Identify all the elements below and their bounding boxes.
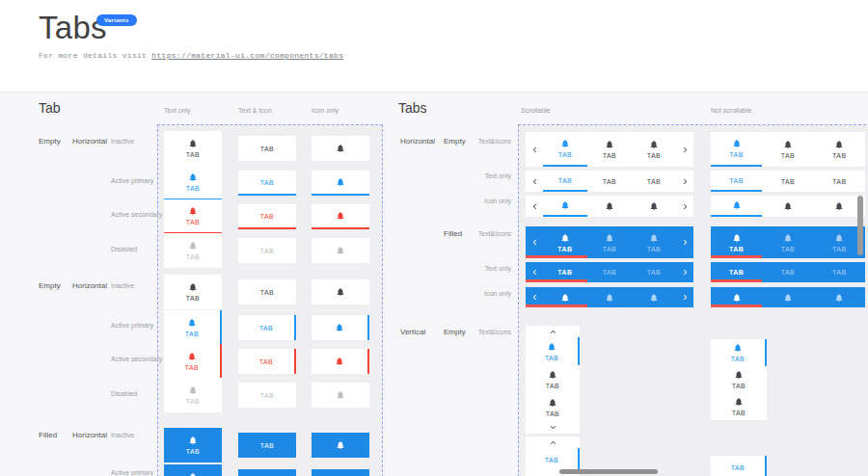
- tab-item[interactable]: TAB: [814, 262, 865, 282]
- tab-item[interactable]: [762, 196, 813, 217]
- tab-texticon-active-primary[interactable]: TAB: [164, 166, 222, 200]
- tab-text-active-primary[interactable]: TAB: [238, 171, 296, 196]
- tab-item[interactable]: TAB: [711, 366, 767, 393]
- bell-icon: [336, 390, 345, 400]
- tab-text-disabled[interactable]: TAB: [238, 238, 296, 263]
- bell-icon: [834, 140, 844, 149]
- tab-item[interactable]: TAB: [711, 393, 767, 420]
- tab-icon-filled-active[interactable]: [312, 469, 369, 476]
- scroll-right-button[interactable]: [676, 171, 693, 192]
- tab-item-active[interactable]: [543, 196, 587, 217]
- scroll-left-button[interactable]: [526, 226, 543, 258]
- tab-item[interactable]: TAB: [632, 262, 676, 282]
- tab-item[interactable]: TAB: [762, 262, 813, 282]
- tab-icon-disabled[interactable]: [312, 238, 369, 263]
- tab-item[interactable]: TAB: [632, 171, 676, 192]
- tab-item[interactable]: [814, 287, 865, 307]
- tab-texticon-active-primary[interactable]: TAB: [164, 310, 222, 345]
- active-indicator: [711, 304, 762, 307]
- tab-item-active[interactable]: TAB: [711, 456, 767, 476]
- tab-icon-filled-inactive[interactable]: [312, 433, 369, 458]
- tab-item-active[interactable]: TAB: [711, 339, 767, 366]
- tab-texticon-active-secondary[interactable]: TAB: [164, 344, 222, 379]
- tab-item[interactable]: [587, 287, 632, 307]
- scroll-right-button[interactable]: [676, 196, 693, 217]
- scroll-left-button[interactable]: [526, 196, 543, 217]
- tab-item[interactable]: [762, 287, 813, 307]
- tab-item[interactable]: TAB: [587, 171, 632, 192]
- tab-item[interactable]: TAB: [526, 365, 580, 393]
- tab-icon-active-primary[interactable]: [312, 171, 369, 196]
- tab-icon-active-primary[interactable]: [312, 315, 369, 340]
- state-label-disabled: Disabled: [111, 390, 137, 397]
- row-kind-icon: Icon only: [461, 198, 511, 204]
- tab-item-active[interactable]: TAB: [711, 171, 762, 192]
- bell-icon: [547, 342, 556, 352]
- scroll-up-button[interactable]: [526, 436, 580, 448]
- tab-item[interactable]: TAB: [587, 132, 632, 167]
- col-header-scrollable: Scrollable: [521, 107, 551, 114]
- tab-item[interactable]: TAB: [762, 171, 813, 192]
- tab-item[interactable]: TAB: [587, 226, 632, 258]
- tab-texticon-active-secondary[interactable]: TAB: [164, 199, 222, 234]
- tab-text-inactive[interactable]: TAB: [238, 279, 296, 304]
- tab-item-active[interactable]: TAB: [711, 226, 762, 258]
- vertical-scrollbar[interactable]: [857, 196, 863, 255]
- tab-text-active-secondary[interactable]: TAB: [238, 204, 296, 229]
- scroll-down-button[interactable]: [526, 421, 580, 433]
- tab-icon-inactive[interactable]: [312, 136, 369, 161]
- tab-item[interactable]: [587, 196, 632, 217]
- tab-label: TAB: [729, 151, 744, 158]
- docs-link[interactable]: https://material-ui.com/components/tabs: [151, 51, 343, 60]
- tab-icon-disabled[interactable]: [312, 383, 369, 408]
- tab-item-active[interactable]: TAB: [526, 337, 580, 365]
- tab-item[interactable]: [632, 196, 676, 217]
- bell-icon: [336, 177, 345, 187]
- tabs-filled-scrollable-icon: [526, 287, 693, 307]
- tab-texticon-inactive[interactable]: TAB: [164, 275, 222, 309]
- tab-texticon-filled-inactive[interactable]: TAB: [164, 428, 222, 463]
- tab-item-active[interactable]: TAB: [526, 448, 580, 471]
- tab-item-active[interactable]: TAB: [543, 132, 587, 167]
- tab-item[interactable]: TAB: [814, 132, 865, 167]
- tab-texticon-inactive[interactable]: TAB: [164, 131, 222, 166]
- scroll-right-button[interactable]: [676, 287, 693, 307]
- tab-text-inactive[interactable]: TAB: [238, 136, 296, 161]
- tab-item[interactable]: TAB: [762, 226, 813, 258]
- scroll-up-button[interactable]: [526, 326, 580, 337]
- scroll-right-button[interactable]: [676, 262, 693, 282]
- tab-text-filled-active[interactable]: TAB: [238, 469, 296, 476]
- tab-text-filled-inactive[interactable]: TAB: [238, 433, 296, 458]
- page: Tabs Variants For more details visit htt…: [0, 0, 868, 476]
- tab-text-active-primary[interactable]: TAB: [238, 315, 296, 340]
- tab-text-active-secondary[interactable]: TAB: [238, 349, 296, 374]
- tab-texticon-disabled[interactable]: TAB: [164, 233, 222, 268]
- tab-icon-active-secondary[interactable]: [312, 204, 369, 229]
- tab-icon-active-secondary[interactable]: [312, 349, 369, 374]
- horizontal-scrollbar[interactable]: [559, 469, 658, 474]
- scroll-right-button[interactable]: [676, 132, 693, 167]
- tab-item[interactable]: TAB: [632, 132, 676, 167]
- tab-item-active[interactable]: TAB: [543, 226, 587, 258]
- tab-item[interactable]: TAB: [762, 132, 813, 167]
- tab-texticon-disabled[interactable]: TAB: [164, 378, 222, 412]
- tab-icon-inactive[interactable]: [312, 279, 369, 304]
- tab-item-active[interactable]: [711, 196, 762, 217]
- tab-item-active[interactable]: TAB: [711, 132, 762, 167]
- scroll-left-button[interactable]: [526, 132, 543, 167]
- tab-text-disabled[interactable]: TAB: [238, 383, 296, 408]
- tab-label: TAB: [781, 178, 796, 185]
- tab-item[interactable]: TAB: [814, 171, 865, 192]
- scroll-right-button[interactable]: [676, 226, 693, 258]
- bell-icon: [188, 436, 198, 445]
- tab-item-active[interactable]: TAB: [543, 171, 587, 192]
- scroll-left-button[interactable]: [526, 171, 543, 192]
- tab-label: TAB: [729, 177, 744, 184]
- tab-item[interactable]: TAB: [526, 393, 580, 421]
- tab-item[interactable]: [632, 287, 676, 307]
- active-indicator: [526, 279, 587, 282]
- tab-item[interactable]: TAB: [587, 262, 632, 282]
- tab-texticon-filled-active[interactable]: TAB: [164, 464, 222, 476]
- tab-item[interactable]: TAB: [632, 226, 676, 258]
- tab-label: TAB: [545, 457, 559, 463]
